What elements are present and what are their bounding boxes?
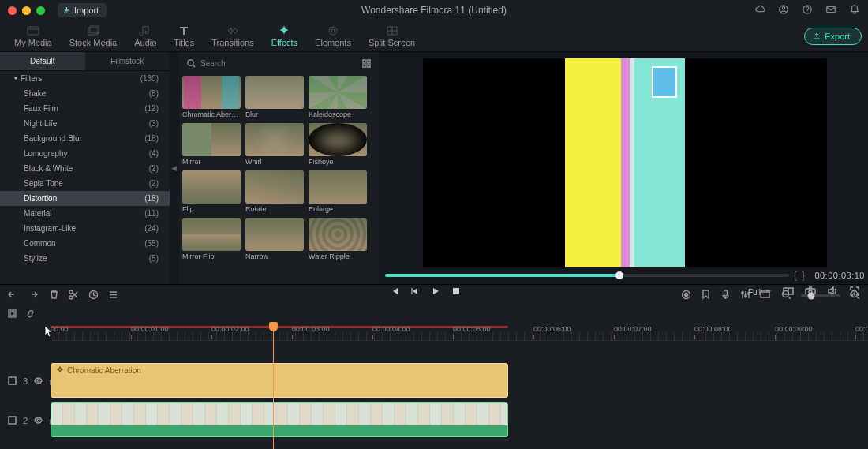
collapse-sidebar-handle[interactable]: ◀	[170, 52, 179, 284]
category-instagram-like[interactable]: Instagram-Like(24)	[0, 221, 170, 236]
effect-mirror-flip[interactable]: Mirror Flip	[182, 218, 241, 260]
effect-enlarge[interactable]: Enlarge	[309, 170, 367, 213]
track-toggle-icon[interactable]	[8, 376, 17, 387]
zoom-in-button[interactable]	[850, 290, 860, 301]
menu-button[interactable]	[108, 290, 118, 301]
category-count: (2)	[149, 164, 159, 173]
effect-label: Whirl	[245, 158, 304, 166]
effect-label: Narrow	[245, 253, 304, 260]
category-distortion[interactable]: Distortion(18)	[0, 191, 170, 206]
effect-mirror[interactable]: Mirror	[182, 123, 241, 166]
effect-fisheye[interactable]: Fisheye	[309, 123, 367, 166]
video-clip[interactable]	[51, 402, 508, 437]
tab-stock-media[interactable]: Stock Media	[62, 24, 125, 49]
category-filters[interactable]: ▾ Filters (160)	[0, 71, 170, 86]
category-label: Background Blur	[24, 134, 82, 143]
category-faux-film[interactable]: Faux Film(12)	[0, 101, 170, 116]
svg-rect-13	[363, 64, 366, 67]
tab-label: Elements	[315, 38, 351, 47]
mark-segment-icon[interactable]: { }	[794, 270, 806, 281]
effect-thumbnail	[245, 218, 304, 251]
record-button[interactable]	[681, 290, 691, 301]
zoom-out-button[interactable]	[781, 290, 791, 301]
category-common[interactable]: Common(55)	[0, 236, 170, 251]
undo-button[interactable]	[8, 290, 18, 301]
tab-effects[interactable]: Effects	[264, 24, 305, 49]
mail-icon[interactable]	[825, 4, 836, 17]
preview-viewport[interactable]	[423, 58, 827, 267]
ruler-tick: 00:00:03:00	[292, 325, 330, 333]
effect-thumbnail	[309, 218, 367, 251]
svg-point-1	[782, 7, 785, 10]
notifications-icon[interactable]	[849, 4, 860, 17]
effect-whirl[interactable]: Whirl	[245, 123, 304, 166]
ruler-tick: 00:00:01:00	[131, 325, 169, 333]
tab-transitions[interactable]: Transitions	[204, 24, 261, 49]
link-button[interactable]	[26, 309, 35, 320]
voiceover-button[interactable]	[720, 290, 731, 301]
grid-view-icon[interactable]	[362, 59, 371, 68]
effect-thumbnail	[309, 76, 367, 109]
minimize-window-icon[interactable]	[22, 6, 31, 15]
cloud-icon[interactable]	[754, 4, 765, 17]
tab-my-media[interactable]: My Media	[6, 24, 60, 49]
account-icon[interactable]	[778, 4, 789, 17]
category-stylize[interactable]: Stylize(5)	[0, 251, 170, 266]
eye-icon[interactable]	[34, 376, 43, 387]
inner-tab-filmstock[interactable]: Filmstock	[85, 52, 170, 70]
effect-water-ripple[interactable]: Water Ripple	[309, 218, 367, 260]
prev-frame-button[interactable]	[390, 286, 399, 297]
search-input[interactable]	[200, 59, 357, 68]
tab-split-screen[interactable]: Split Screen	[361, 24, 423, 49]
track-3: 3 Chromatic Aberration	[0, 361, 868, 401]
track-toggle-icon[interactable]	[8, 416, 17, 426]
category-night-life[interactable]: Night Life(3)	[0, 116, 170, 131]
import-button[interactable]: Import	[58, 3, 107, 17]
redo-button[interactable]	[28, 290, 38, 301]
zoom-slider[interactable]	[801, 294, 840, 297]
help-icon[interactable]	[802, 4, 813, 17]
effect-clip[interactable]: Chromatic Aberration	[51, 363, 508, 398]
effect-blur[interactable]: Blur	[245, 76, 304, 118]
preview-frame	[565, 58, 685, 267]
stop-button[interactable]	[451, 286, 461, 297]
category-lomography[interactable]: Lomography(4)	[0, 146, 170, 161]
timeline-ruler[interactable]: 00:0000:00:01:0000:00:02:0000:00:03:0000…	[51, 322, 868, 341]
effect-narrow[interactable]: Narrow	[245, 218, 304, 260]
timeline-opts	[0, 306, 868, 322]
effect-flip[interactable]: Flip	[182, 170, 241, 213]
export-button[interactable]: Export	[804, 28, 862, 45]
mixer-button[interactable]	[740, 290, 750, 301]
tab-elements[interactable]: Elements	[307, 24, 359, 49]
eye-icon[interactable]	[34, 416, 43, 426]
tab-titles[interactable]: Titles	[166, 24, 202, 49]
play-button[interactable]	[431, 286, 440, 297]
delete-button[interactable]	[49, 290, 59, 301]
preview-scrubber[interactable]	[385, 274, 789, 277]
effect-chromatic-aberration[interactable]: Chromatic Aberration	[182, 76, 241, 118]
marker-button[interactable]	[701, 290, 711, 301]
render-button[interactable]	[760, 290, 770, 301]
timeline[interactable]: 00:0000:00:01:0000:00:02:0000:00:03:0000…	[0, 322, 868, 449]
category-label: Shake	[24, 89, 46, 98]
tab-audio[interactable]: Audio	[126, 24, 164, 49]
category-material[interactable]: Material(11)	[0, 206, 170, 221]
tab-label: My Media	[14, 38, 52, 47]
category-shake[interactable]: Shake(8)	[0, 86, 170, 101]
snap-button[interactable]	[8, 309, 17, 320]
effect-rotate[interactable]: Rotate	[245, 170, 304, 213]
inner-tab-default[interactable]: Default	[0, 52, 85, 70]
zoom-window-icon[interactable]	[36, 6, 45, 15]
split-button[interactable]	[69, 290, 79, 301]
download-icon	[62, 6, 71, 15]
effect-thumbnail	[245, 76, 304, 109]
effect-kaleidoscope[interactable]: Kaleidoscope	[309, 76, 367, 118]
category-sepia-tone[interactable]: Sepia Tone(2)	[0, 176, 170, 191]
play-backward-button[interactable]	[410, 286, 420, 297]
playhead[interactable]	[273, 322, 274, 449]
category-black-white[interactable]: Black & White(2)	[0, 161, 170, 176]
speed-button[interactable]	[88, 290, 99, 301]
close-window-icon[interactable]	[8, 6, 17, 15]
category-background-blur[interactable]: Background Blur(18)	[0, 131, 170, 146]
svg-rect-28	[761, 292, 769, 297]
